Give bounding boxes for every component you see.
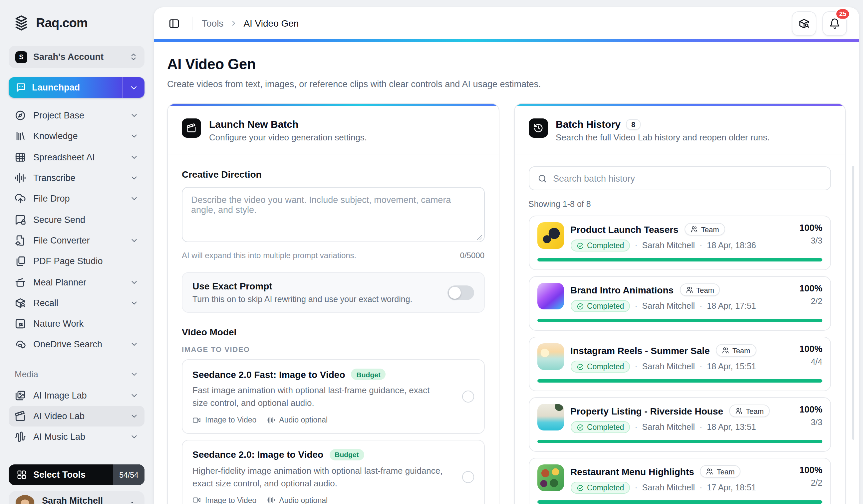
creative-direction-helper: AI will expand this into multiple prompt… xyxy=(182,251,356,260)
model-option-seedance[interactable]: Seedance 2.0: Image to Video Budget High… xyxy=(182,439,485,504)
progress-bar xyxy=(537,440,822,443)
exact-prompt-title: Use Exact Prompt xyxy=(192,281,438,292)
avatar xyxy=(15,495,35,504)
cloud-search-icon xyxy=(15,339,26,350)
app-name: Raq.com xyxy=(36,16,88,30)
card-subtitle: Search the full Video Lab history and re… xyxy=(556,132,770,142)
model-radio[interactable] xyxy=(462,390,474,402)
sidebar-item-nature-work[interactable]: Nature Work xyxy=(9,313,145,334)
image-leaf-icon xyxy=(15,318,26,329)
sidebar-section-media[interactable]: Media xyxy=(9,366,145,382)
showing-count: Showing 1-8 of 8 xyxy=(528,199,831,209)
divider xyxy=(192,17,192,30)
sidebar-item-ai-video-lab[interactable]: AI Video Lab xyxy=(9,406,145,427)
file-cog-icon xyxy=(15,235,26,246)
batch-history-search[interactable] xyxy=(528,166,831,190)
status-badge: Completed xyxy=(570,240,630,251)
batch-thumbnail xyxy=(537,464,564,491)
sidebar-item-secure-send[interactable]: Secure Send xyxy=(9,209,145,230)
sidebar-item-onedrive-search[interactable]: OneDrive Search xyxy=(9,334,145,355)
page-title: AI Video Gen xyxy=(167,56,846,73)
user-name: Sarah Mitchell xyxy=(42,496,119,504)
sidebar-item-knowledge[interactable]: Knowledge xyxy=(9,126,145,147)
app-logo: Raq.com xyxy=(13,15,145,32)
model-tag-image-to-video: Image to Video xyxy=(192,415,257,424)
launch-new-batch-card: Launch New Batch Configure your video ge… xyxy=(167,103,499,504)
history-item[interactable]: Property Listing - Riverside House Team xyxy=(528,397,831,452)
chevrons-up-down-icon xyxy=(129,53,138,61)
creative-direction-input[interactable] xyxy=(182,187,485,242)
video-model-label: Video Model xyxy=(182,327,485,337)
model-radio[interactable] xyxy=(462,471,474,483)
sidebar-media-nav: AI Image Lab AI Video Lab AI Music Lab xyxy=(9,385,145,448)
breadcrumb-tools[interactable]: Tools xyxy=(202,18,223,29)
batch-author: Sarah Mitchell xyxy=(642,241,695,250)
batch-history-card: Batch History 8 Search the full Video La… xyxy=(514,103,846,504)
scrollbar[interactable] xyxy=(852,166,854,440)
history-list: Product Launch Teasers Team xyxy=(528,216,831,504)
batch-percent: 100% xyxy=(799,283,822,294)
team-badge: Team xyxy=(716,344,756,357)
user-card[interactable]: Sarah Mitchell sarah.mitchell@westbur... xyxy=(9,491,145,504)
status-badge: Completed xyxy=(570,361,630,373)
main-panel: Tools AI Video Gen 25 AI Video Gen Creat… xyxy=(154,7,859,504)
sidebar-item-file-drop[interactable]: File Drop xyxy=(9,188,145,209)
topbar: Tools AI Video Gen 25 xyxy=(154,7,859,39)
notifications-button[interactable]: 25 xyxy=(822,11,847,36)
exact-prompt-description: Turn this on to skip AI rewriting and us… xyxy=(192,295,438,304)
batch-date: 18 Apr, 13:51 xyxy=(707,423,756,432)
sidebar-item-meal-planner[interactable]: Meal Planner xyxy=(9,272,145,293)
budget-badge: Budget xyxy=(351,369,386,380)
search-icon xyxy=(537,173,547,183)
team-badge: Team xyxy=(729,404,770,417)
team-badge: Team xyxy=(679,283,720,296)
accent-gradient-bar xyxy=(154,39,859,42)
batch-thumbnail xyxy=(537,222,564,249)
sidebar-item-recall[interactable]: Recall xyxy=(9,293,145,313)
sidebar-item-pdf-page-studio[interactable]: PDF Page Studio xyxy=(9,251,145,272)
sidebar-item-ai-music-lab[interactable]: AI Music Lab xyxy=(9,426,145,448)
history-item[interactable]: Restaurant Menu Highlights Team xyxy=(528,458,831,504)
progress-bar xyxy=(537,319,822,322)
toggle-knob xyxy=(449,286,461,298)
history-item[interactable]: Instagram Reels - Summer Sale Team xyxy=(528,337,831,391)
sidebar-item-transcribe[interactable]: Transcribe xyxy=(9,168,145,189)
sidebar-item-project-base[interactable]: Project Base xyxy=(9,105,145,126)
use-exact-prompt-box: Use Exact Prompt Turn this on to skip AI… xyxy=(182,272,485,313)
char-count: 0/5000 xyxy=(460,251,485,260)
kebab-menu-icon[interactable] xyxy=(126,499,138,504)
sidebar-item-file-converter[interactable]: File Converter xyxy=(9,230,145,251)
account-label: Sarah's Account xyxy=(33,52,123,62)
exact-prompt-toggle[interactable] xyxy=(447,285,474,300)
account-switcher[interactable]: S Sarah's Account xyxy=(9,46,145,68)
sidebar-item-spreadsheet-ai[interactable]: Spreadsheet AI xyxy=(9,147,145,168)
package-search-button[interactable] xyxy=(792,11,816,36)
sidebar-item-ai-image-lab[interactable]: AI Image Lab xyxy=(9,385,145,406)
users-icon xyxy=(690,225,698,233)
status-badge: Completed xyxy=(570,421,630,433)
select-tools-button[interactable]: Select Tools 54/54 xyxy=(9,465,145,486)
sidebar-toggle-icon[interactable] xyxy=(166,15,183,31)
search-input[interactable] xyxy=(553,173,822,183)
batch-date: 18 Apr, 17:51 xyxy=(707,301,756,311)
chevron-down-icon xyxy=(130,433,138,441)
history-icon xyxy=(528,118,548,138)
history-item[interactable]: Product Launch Teasers Team xyxy=(528,216,831,270)
message-dots-icon xyxy=(16,82,26,92)
select-tools-count: 54/54 xyxy=(113,465,145,486)
video-camera-icon xyxy=(192,496,201,504)
model-tag-audio-optional: Audio optional xyxy=(266,496,328,504)
batch-ratio: 4/4 xyxy=(799,357,822,366)
model-option-seedance-fast[interactable]: Seedance 2.0 Fast: Image to Video Budget… xyxy=(182,359,485,434)
chevron-down-icon xyxy=(130,153,138,161)
launchpad-button[interactable]: Launchpad xyxy=(9,77,145,98)
sidebar: Raq.com S Sarah's Account Launchpad xyxy=(0,0,153,504)
chevron-down-icon xyxy=(130,370,138,378)
launchpad-expand-button[interactable] xyxy=(123,77,145,98)
batch-date: 17 Apr, 18:51 xyxy=(707,483,756,492)
history-item[interactable]: Brand Intro Animations Team xyxy=(528,276,831,331)
chevron-down-icon xyxy=(130,132,138,141)
batch-author: Sarah Mitchell xyxy=(642,362,695,371)
layout-grid-icon xyxy=(17,470,27,480)
users-icon xyxy=(722,347,729,354)
